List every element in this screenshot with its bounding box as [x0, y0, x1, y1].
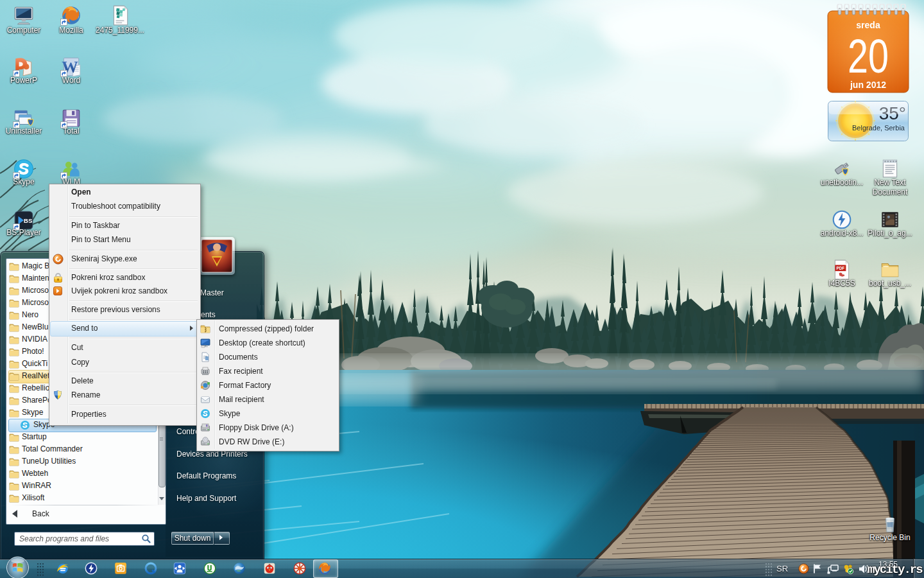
- svg-text:20: 20: [848, 30, 889, 83]
- svg-text:BS: BS: [24, 217, 32, 224]
- svg-text:jun 2012: jun 2012: [850, 80, 886, 90]
- svg-text:PDF: PDF: [837, 266, 845, 270]
- svg-text:Belgrade, Serbia: Belgrade, Serbia: [852, 124, 905, 132]
- svg-text:sreda: sreda: [856, 20, 880, 30]
